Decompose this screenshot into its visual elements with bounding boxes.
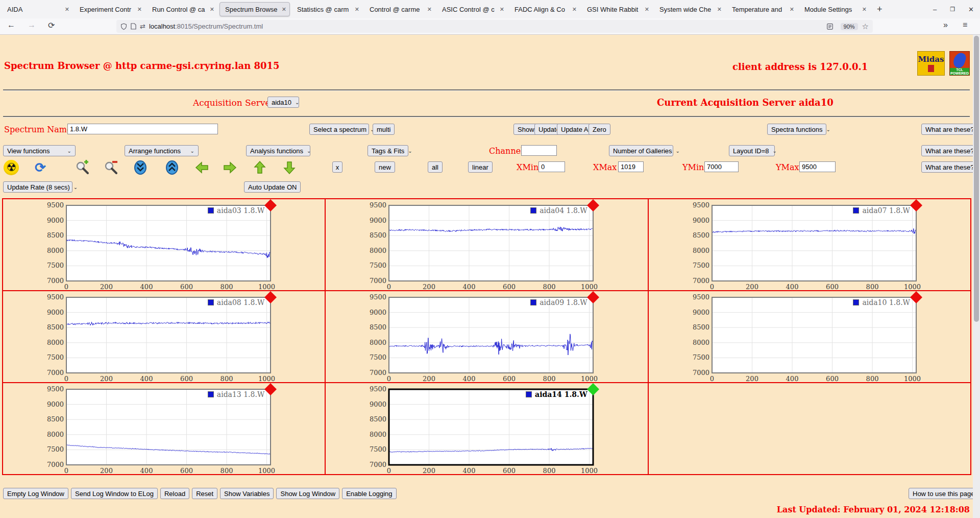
shrink-y-icon[interactable] xyxy=(133,160,148,175)
window-maximize-button[interactable]: ❒ xyxy=(950,6,955,13)
reader-mode-icon[interactable] xyxy=(827,23,833,30)
arrange-functions-select[interactable]: Arrange functions⌄ xyxy=(125,145,199,156)
gallery-cell-aida13[interactable]: 7000750080008500900095000200400600800100… xyxy=(3,383,325,475)
svg-text:200: 200 xyxy=(423,467,435,475)
pan-down-icon[interactable] xyxy=(282,160,297,175)
show-log-window-button[interactable]: Show Log Window xyxy=(276,488,339,499)
pan-right-icon[interactable] xyxy=(222,160,237,175)
page-info-icon[interactable] xyxy=(131,23,136,30)
tab-close-icon[interactable]: ✕ xyxy=(498,6,504,13)
enable-logging-button[interactable]: Enable Logging xyxy=(342,488,396,499)
send-log-window-to-elog-button[interactable]: Send Log Window to ELog xyxy=(71,488,158,499)
pan-left-icon[interactable] xyxy=(194,160,210,175)
acquisition-server-select[interactable]: aida10⌄ xyxy=(267,97,299,108)
gallery-cell-aida10[interactable]: 7000750080008500900095000200400600800100… xyxy=(648,291,971,383)
gallery-cell-aida14[interactable]: 7000750080008500900095000200400600800100… xyxy=(325,383,648,475)
how-to-use-button[interactable]: How to use this page xyxy=(909,488,978,499)
layout-id-select[interactable]: Layout ID=8⌄ xyxy=(729,145,775,156)
radioactive-icon[interactable]: ☢ xyxy=(4,160,19,175)
tab-close-icon[interactable]: ✕ xyxy=(860,6,867,13)
url-bar[interactable]: ⇄ localhost :8015/Spectrum/Spectrum.tml … xyxy=(116,20,873,33)
new-tab-button[interactable]: + xyxy=(870,4,890,15)
empty-log-window-button[interactable]: Empty Log Window xyxy=(3,488,68,499)
zoom-out-icon[interactable] xyxy=(103,160,118,175)
spectra-functions-select[interactable]: Spectra functions⌄ xyxy=(767,124,826,135)
expand-y-icon[interactable] xyxy=(164,160,180,175)
tab-close-icon[interactable]: ✕ xyxy=(208,6,214,13)
tab-close-icon[interactable]: ✕ xyxy=(353,6,359,13)
view-functions-select[interactable]: View functions⌄ xyxy=(3,145,76,156)
zoom-level-badge[interactable]: 90% xyxy=(841,23,858,30)
browser-tab-12[interactable]: Module Settings✕ xyxy=(799,2,870,16)
back-button[interactable]: ← xyxy=(7,20,15,30)
tags-and-fits-select[interactable]: Tags & Fits⌄ xyxy=(368,145,408,156)
analysis-functions-select[interactable]: Analysis functions⌄ xyxy=(246,145,310,156)
number-of-galleries-select[interactable]: Number of Galleries⌄ xyxy=(609,145,673,156)
browser-tab-5[interactable]: Statistics @ carm✕ xyxy=(292,2,362,16)
zoom-in-icon[interactable] xyxy=(75,160,90,175)
reload-button[interactable]: Reload xyxy=(160,488,189,499)
forward-button[interactable]: → xyxy=(28,20,36,30)
gallery-cell-aida03[interactable]: 7000750080008500900095000200400600800100… xyxy=(3,199,325,291)
gallery-cell-aida08[interactable]: 7000750080008500900095000200400600800100… xyxy=(3,291,325,383)
browser-tab-7[interactable]: ASIC Control @ c✕ xyxy=(437,2,507,16)
reset-button[interactable]: Reset xyxy=(192,488,217,499)
xmin-input[interactable] xyxy=(538,161,565,172)
ymin-input[interactable] xyxy=(704,161,739,172)
browser-tab-3[interactable]: Run Control @ ca✕ xyxy=(147,2,217,16)
browser-tab-11[interactable]: Temperature and✕ xyxy=(727,2,797,16)
page-scrollbar[interactable] xyxy=(973,35,980,518)
tab-close-icon[interactable]: ✕ xyxy=(570,6,577,13)
gallery-cell-aida07[interactable]: 7000750080008500900095000200400600800100… xyxy=(648,199,971,291)
zero-button[interactable]: Zero xyxy=(589,124,610,135)
all-button[interactable]: all xyxy=(428,161,443,173)
tab-close-icon[interactable]: ✕ xyxy=(280,6,286,13)
gallery-cell-aida09[interactable]: 7000750080008500900095000200400600800100… xyxy=(325,291,648,383)
what-are-these-button-2[interactable]: What are these? xyxy=(921,145,978,156)
browser-tab-4[interactable]: Spectrum Browse✕ xyxy=(219,2,290,16)
tab-close-icon[interactable]: ✕ xyxy=(643,6,649,13)
reload-button[interactable]: ⟳ xyxy=(48,20,55,30)
divider xyxy=(3,89,970,90)
spectrum-name-input[interactable] xyxy=(67,124,218,134)
tab-close-icon[interactable]: ✕ xyxy=(63,6,69,13)
select-a-spectrum-select[interactable]: Select a spectrum⌄ xyxy=(309,124,369,135)
browser-tab-8[interactable]: FADC Align & Co✕ xyxy=(509,2,580,16)
what-are-these-button-3[interactable]: What are these? xyxy=(921,161,978,173)
window-close-button[interactable]: ✕ xyxy=(968,6,974,13)
svg-text:8000: 8000 xyxy=(47,247,64,254)
browser-tab-1[interactable]: AIDA✕ xyxy=(2,2,72,16)
tab-close-icon[interactable]: ✕ xyxy=(425,6,432,13)
svg-text:9000: 9000 xyxy=(370,401,386,408)
show-variables-button[interactable]: Show Variables xyxy=(220,488,274,499)
scrollbar-thumb[interactable] xyxy=(974,36,979,322)
browser-tab-2[interactable]: Experiment Contr✕ xyxy=(75,2,145,16)
linear-button[interactable]: linear xyxy=(468,161,493,173)
ymax-input[interactable] xyxy=(799,161,836,172)
tab-close-icon[interactable]: ✕ xyxy=(135,6,142,13)
multi-button[interactable]: multi xyxy=(373,124,395,135)
close-x-button[interactable]: x xyxy=(332,161,342,173)
toolbar-overflow-icon[interactable]: » xyxy=(943,20,948,30)
permissions-icon[interactable]: ⇄ xyxy=(140,22,145,30)
browser-tab-10[interactable]: System wide Che✕ xyxy=(654,2,725,16)
svg-text:7500: 7500 xyxy=(370,262,386,269)
what-are-these-button-1[interactable]: What are these? xyxy=(921,124,978,135)
pan-up-icon[interactable] xyxy=(252,160,267,175)
svg-text:7000: 7000 xyxy=(693,277,709,285)
svg-text:8500: 8500 xyxy=(47,231,64,239)
auto-update-button[interactable]: Auto Update ON xyxy=(244,181,301,193)
hamburger-menu-icon[interactable]: ≡ xyxy=(963,20,967,30)
bookmark-star-icon[interactable]: ☆ xyxy=(862,22,869,31)
refresh-icon[interactable]: ⟳ xyxy=(33,160,48,175)
tab-close-icon[interactable]: ✕ xyxy=(715,6,722,13)
window-minimize-button[interactable]: – xyxy=(933,6,937,13)
channel-input[interactable] xyxy=(521,145,557,156)
browser-tab-6[interactable]: Control @ carme✕ xyxy=(364,2,435,16)
update-rate-select[interactable]: Update Rate (8 secs)⌄ xyxy=(3,181,72,193)
tab-close-icon[interactable]: ✕ xyxy=(788,6,794,13)
gallery-cell-aida04[interactable]: 7000750080008500900095000200400600800100… xyxy=(325,199,648,291)
new-button[interactable]: new xyxy=(375,161,395,173)
xmax-input[interactable] xyxy=(618,161,644,172)
browser-tab-9[interactable]: GSI White Rabbit✕ xyxy=(582,2,652,16)
